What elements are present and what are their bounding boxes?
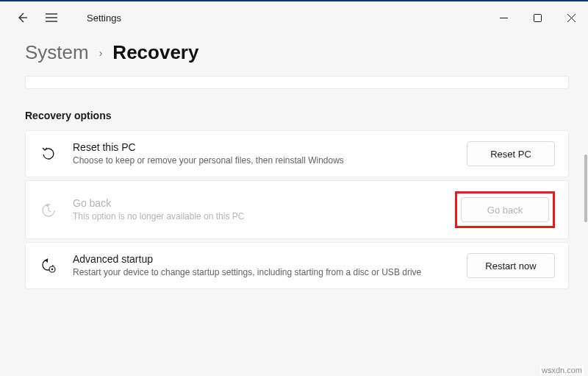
watermark: wsxdn.com (540, 366, 584, 375)
go-back-button: Go back (461, 197, 549, 222)
card-title: Advanced startup (73, 253, 452, 265)
breadcrumb-separator: › (99, 47, 103, 59)
menu-button[interactable] (44, 10, 59, 25)
minimize-icon (500, 14, 508, 22)
minimize-button[interactable] (487, 6, 520, 29)
restart-now-button[interactable]: Restart now (467, 253, 555, 278)
hamburger-icon (46, 13, 57, 23)
card-text: Reset this PC Choose to keep or remove y… (73, 141, 452, 166)
recovery-card-advanced-startup: Advanced startup Restart your device to … (25, 242, 569, 289)
breadcrumb-parent[interactable]: System (25, 41, 89, 64)
svg-point-12 (51, 269, 54, 271)
card-title: Go back (73, 197, 440, 209)
card-title: Reset this PC (73, 141, 452, 153)
card-text: Go back This option is no longer availab… (73, 197, 440, 222)
svg-line-9 (49, 210, 51, 212)
card-desc: Choose to keep or remove your personal f… (73, 155, 452, 166)
maximize-button[interactable] (520, 6, 554, 29)
app-title: Settings (87, 13, 121, 24)
back-button[interactable] (15, 10, 29, 25)
titlebar-left: Settings (15, 10, 121, 25)
titlebar: Settings (0, 1, 588, 34)
svg-rect-4 (534, 14, 541, 21)
maximize-icon (534, 14, 542, 22)
scrollbar-thumb[interactable] (584, 155, 587, 222)
content-area: Recovery options Reset this PC Choose to… (0, 76, 588, 376)
breadcrumb: System › Recovery (0, 34, 588, 76)
recovery-card-reset-pc: Reset this PC Choose to keep or remove y… (25, 130, 569, 177)
recovery-card-go-back: Go back This option is no longer availab… (25, 180, 569, 239)
window-controls (487, 6, 588, 29)
close-icon (567, 14, 576, 22)
section-title: Recovery options (25, 110, 569, 121)
card-desc: This option is no longer available on th… (73, 210, 440, 222)
settings-window: Settings System › Recovery (0, 0, 588, 376)
highlight-annotation: Go back (455, 191, 555, 228)
reset-pc-button[interactable]: Reset PC (467, 141, 555, 166)
card-desc: Restart your device to change startup se… (73, 266, 452, 278)
go-back-icon (39, 200, 58, 219)
partial-card-above (25, 76, 569, 89)
advanced-startup-icon (39, 256, 58, 275)
breadcrumb-current: Recovery (112, 41, 198, 64)
card-text: Advanced startup Restart your device to … (73, 253, 452, 278)
close-button[interactable] (554, 6, 588, 29)
back-arrow-icon (16, 12, 28, 24)
reset-pc-icon (39, 144, 58, 163)
